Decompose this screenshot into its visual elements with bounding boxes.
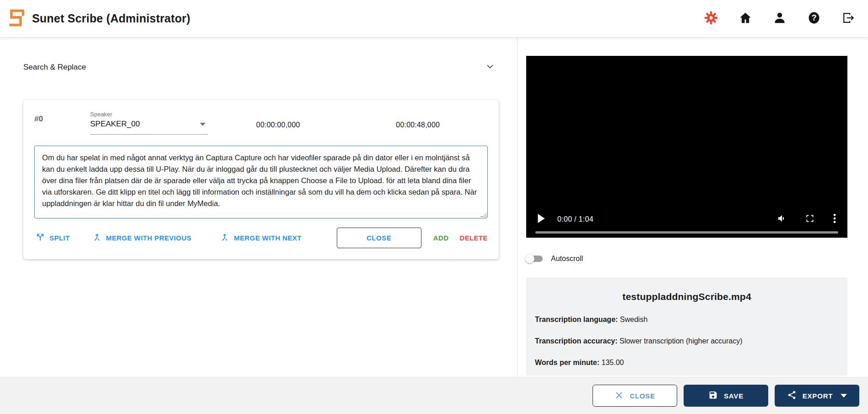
profile-button[interactable] [772,11,787,27]
autoscroll-row: Autoscroll [526,254,868,263]
autoscroll-label: Autoscroll [551,255,583,263]
save-icon [708,390,718,401]
field-value: Swedish [620,316,647,323]
video-progress-bar[interactable] [535,231,838,234]
call-split-icon [35,232,45,244]
footer-bar: CLOSE SAVE EXPORT [0,377,868,414]
toggle-thumb [525,254,534,263]
autoscroll-toggle[interactable] [526,254,544,263]
merge-icon [92,232,102,244]
fullscreen-button[interactable] [805,214,814,224]
main-content: Search & Replace #0 Speaker SPEAKER_00 0… [0,38,868,377]
save-button[interactable]: SAVE [684,385,768,407]
video-controls: 0:00 / 1:04 [526,213,847,225]
segment-text-input[interactable]: Om du har spelat in med något annat verk… [34,146,488,218]
merge-with-next-button[interactable]: MERGE WITH NEXT [220,232,302,244]
video-time-display: 0:00 / 1:04 [557,215,593,223]
segment-text-wrap: Om du har spelat in med något annat verk… [34,146,488,220]
search-replace-label: Search & Replace [23,63,86,72]
split-button[interactable]: SPLIT [35,232,70,244]
play-icon [537,214,545,224]
volume-icon [777,213,787,225]
video-more-button[interactable] [833,213,836,225]
person-icon [773,11,787,26]
home-icon [739,11,752,26]
speaker-label: Speaker [90,111,208,118]
merge-next-label: MERGE WITH NEXT [234,234,302,242]
fullscreen-icon [805,214,814,224]
segment-card: #0 Speaker SPEAKER_00 00:00:00,000 00:00… [23,100,499,259]
save-label: SAVE [724,392,744,400]
speaker-select[interactable]: Speaker SPEAKER_00 [90,111,208,135]
media-field-accuracy: Transcription accuracy: Slower transcrip… [535,337,839,345]
field-value: 135.00 [602,359,624,366]
export-button[interactable]: EXPORT [775,385,859,407]
close-label: CLOSE [630,392,655,400]
media-filename: testuppladdningScribe.mp4 [535,291,839,302]
merge-previous-label: MERGE WITH PREVIOUS [106,234,192,242]
transcript-panel: Search & Replace #0 Speaker SPEAKER_00 0… [0,38,518,377]
speaker-value: SPEAKER_00 [90,120,140,128]
segment-index: #0 [34,111,90,124]
search-replace-header[interactable]: Search & Replace [23,60,517,74]
app-title: Sunet Scribe (Administrator) [32,12,190,25]
help-button[interactable]: ? [806,11,822,27]
settings-button[interactable] [703,11,719,27]
add-segment-button[interactable]: ADD [433,234,449,242]
logout-icon [841,11,855,26]
close-button[interactable]: CLOSE [593,385,677,407]
media-field-language: Transcription language: Swedish [535,316,839,324]
segment-end-time: 00:00:48,000 [348,111,488,129]
kebab-menu-icon [833,213,836,225]
export-label: EXPORT [803,392,833,400]
logout-button[interactable] [841,11,856,27]
media-field-wpm: Words per minute: 135.00 [535,359,839,367]
gear-icon [704,11,718,27]
field-label: Transcription accuracy: [535,337,618,345]
volume-button[interactable] [777,213,787,225]
svg-text:?: ? [812,13,817,22]
chevron-down-icon [484,60,496,74]
video-controls-right [777,213,836,225]
merge-with-previous-button[interactable]: MERGE WITH PREVIOUS [92,232,192,244]
header-actions: ? [703,11,856,27]
split-label: SPLIT [49,234,70,242]
segment-close-button[interactable]: CLOSE [337,228,421,248]
segment-header: #0 Speaker SPEAKER_00 00:00:00,000 00:00… [34,111,488,135]
app-logo[interactable] [7,9,32,29]
dropdown-arrow-icon [200,123,205,126]
play-button[interactable] [537,214,545,224]
segment-start-time: 00:00:00,000 [208,111,348,129]
share-icon [787,390,797,401]
field-value: Slower transcription (higher accuracy) [620,337,743,345]
close-x-icon [615,391,624,401]
video-player[interactable]: 0:00 / 1:04 [526,56,847,238]
home-button[interactable] [738,11,753,27]
app-header: Sunet Scribe (Administrator) [0,0,868,38]
help-icon: ? [807,11,821,26]
field-label: Transcription language: [535,316,618,323]
field-label: Words per minute: [535,359,599,366]
media-info-card: testuppladdningScribe.mp4 Transcription … [526,278,847,376]
media-panel: 0:00 / 1:04 [518,38,868,377]
segment-actions: SPLIT MERGE WITH PREVIOUS [34,228,488,248]
merge-icon [220,232,230,244]
export-caret-icon [841,394,847,398]
delete-segment-button[interactable]: DELETE [459,234,488,242]
